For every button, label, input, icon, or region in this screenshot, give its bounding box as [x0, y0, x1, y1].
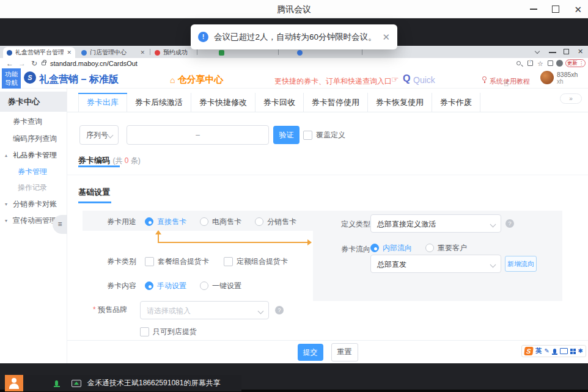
- ime-mic-icon[interactable]: [553, 349, 556, 354]
- define-type-select[interactable]: 总部直接定义激活: [370, 214, 501, 233]
- card-content-row: 券卡内容 手动设置 一键设置: [107, 280, 241, 291]
- combo-pickup-checkbox[interactable]: [145, 257, 154, 266]
- tab-close-icon[interactable]: ✕: [67, 49, 72, 56]
- brand-logo: S: [24, 71, 36, 84]
- ime-lang-toggle[interactable]: 英: [535, 347, 542, 355]
- tab-separator: [362, 49, 362, 55]
- user-avatar[interactable]: [540, 71, 554, 84]
- close-button[interactable]: ✕: [574, 5, 582, 14]
- presale-brand-select[interactable]: 请选择或输入: [140, 301, 269, 319]
- form-footer: 提交 重置: [67, 340, 588, 363]
- tab-card-resume[interactable]: 券卡恢复使用: [368, 93, 432, 112]
- usage-direct-radio[interactable]: [145, 217, 153, 226]
- url-text[interactable]: standard.maboy.cn/CardsOut: [50, 60, 138, 67]
- caret-down-icon: ▾: [5, 196, 7, 212]
- tab-separator: [197, 49, 197, 55]
- reading-list-icon[interactable]: [548, 60, 553, 66]
- sidebar-item-card-query[interactable]: 券卡查询: [0, 114, 67, 130]
- collapse-right-button[interactable]: »: [560, 93, 582, 104]
- tab-separator: [150, 49, 150, 55]
- reset-button[interactable]: 重置: [331, 343, 358, 361]
- browser-close-button[interactable]: ✕: [578, 48, 583, 56]
- info-icon: !: [198, 32, 208, 42]
- ime-pen-icon[interactable]: ✎: [544, 348, 549, 354]
- notification-text: 会议已超过2人，自动转为60分钟限时会议。: [214, 32, 377, 43]
- ime-grid-icon[interactable]: [570, 349, 573, 351]
- flow-target-select[interactable]: 总部直发: [370, 255, 501, 273]
- sidebar-item-gift-card-mgmt[interactable]: ▴ 礼品券卡管理: [0, 147, 67, 164]
- browser-menu-caret-icon[interactable]: [535, 49, 540, 54]
- back-icon[interactable]: ←: [6, 59, 13, 68]
- card-flow-label: 券卡流向: [341, 244, 370, 255]
- sidebar-item-distribution-recon[interactable]: ▾ 分销券卡对账: [0, 196, 67, 212]
- verify-button[interactable]: 验证: [273, 126, 300, 144]
- sidebar-item-operation-log[interactable]: 操作记录: [0, 180, 67, 196]
- basic-underline: [78, 201, 111, 203]
- tab-card-suspend[interactable]: 券卡暂停使用: [304, 93, 368, 112]
- quick-q-icon[interactable]: Q: [403, 73, 410, 84]
- tab-card-recycle[interactable]: 券卡回收: [255, 93, 304, 112]
- serial-range-input[interactable]: –: [127, 125, 269, 145]
- ime-keyboard-icon[interactable]: [560, 348, 568, 354]
- internal-flow-radio[interactable]: [370, 244, 379, 252]
- sidebar-item-card-mgmt[interactable]: 券卡管理: [0, 164, 67, 180]
- maximize-button[interactable]: [552, 5, 559, 13]
- browser-tab-3[interactable]: 预约成功: [151, 47, 196, 58]
- refresh-icon[interactable]: ↻: [31, 59, 37, 68]
- tab-card-followup-activate[interactable]: 券卡后续激活: [127, 93, 191, 112]
- add-flow-button[interactable]: 新增流向: [505, 256, 537, 272]
- profile-icon[interactable]: [556, 60, 563, 67]
- overwrite-checkbox[interactable]: [303, 131, 312, 140]
- browser-tab-2[interactable]: 门店管理中心 ✕: [78, 47, 149, 58]
- usage-ecommerce-radio[interactable]: [200, 217, 208, 226]
- update-pill[interactable]: 更新 ⋮: [565, 59, 586, 67]
- fixed-combo-checkbox[interactable]: [224, 257, 233, 266]
- sidebar-item-code-sequence-query[interactable]: 编码序列查询: [0, 131, 67, 147]
- tab-close-icon[interactable]: ✕: [140, 49, 145, 56]
- overwrite-checkbox-row[interactable]: 覆盖定义: [303, 126, 345, 144]
- store-only-checkbox[interactable]: [140, 327, 149, 336]
- one-click-setting-radio[interactable]: [200, 281, 208, 290]
- nav-toggle-button[interactable]: 功能导航: [2, 68, 21, 89]
- zoom-icon[interactable]: [516, 61, 521, 65]
- card-usage-row: 券卡用途 直接售卡 电商售卡 分销售卡: [107, 216, 296, 227]
- bookmark-star-icon[interactable]: ☆: [537, 60, 543, 68]
- tab-separator: [278, 49, 279, 55]
- tab-card-outbound[interactable]: 券卡出库: [78, 93, 127, 112]
- tab-favicon: [7, 50, 12, 56]
- browser-minimize-button[interactable]: [549, 52, 556, 53]
- forward-icon[interactable]: →: [18, 59, 26, 68]
- browser-maximize-button[interactable]: [564, 49, 569, 54]
- manual-setting-radio[interactable]: [145, 281, 153, 290]
- range-separator: –: [196, 131, 200, 139]
- tab-card-quick-edit[interactable]: 券卡快捷修改: [191, 93, 255, 112]
- brand-help-icon[interactable]: ?: [275, 306, 284, 314]
- notification-close-icon[interactable]: ✕: [382, 32, 390, 43]
- meeting-window: 腾讯会议 ✕ 礼盒营销平台管理中心 ✕ 门店管理中心 ✕ 预约成功: [0, 0, 588, 392]
- share-icon[interactable]: [527, 60, 533, 66]
- tab-card-void[interactable]: 券卡作废: [432, 93, 480, 112]
- submit-button[interactable]: 提交: [298, 344, 323, 361]
- serial-type-select[interactable]: 序列号: [79, 125, 119, 145]
- card-category-label: 券卡类别: [107, 256, 136, 267]
- sogou-logo[interactable]: S: [524, 347, 533, 355]
- minimize-button[interactable]: [530, 9, 537, 10]
- define-type-help-icon[interactable]: ?: [505, 219, 514, 228]
- sidebar-collapse-handle[interactable]: ≡: [53, 215, 67, 234]
- quick-label[interactable]: Quick: [413, 75, 435, 85]
- store-pickup-row[interactable]: 只可到店提货: [140, 327, 197, 337]
- meeting-title: 腾讯会议: [0, 0, 588, 18]
- meeting-notification: ! 会议已超过2人，自动转为60分钟限时会议。 ✕: [191, 24, 397, 49]
- update-label: 更新: [567, 60, 578, 66]
- more-dots-icon: ⋮: [579, 60, 584, 66]
- browser-tab-1[interactable]: 礼盒营销平台管理中心 ✕: [3, 47, 75, 58]
- sidebar-header: 券卡中心: [0, 92, 67, 112]
- tutorial-link[interactable]: 系统使用教程: [490, 77, 530, 86]
- ime-settings-icon[interactable]: ✱: [578, 348, 583, 354]
- vip-customer-radio[interactable]: [425, 244, 434, 252]
- share-center-link[interactable]: ⌂ 仓分享中心: [170, 74, 223, 85]
- usage-distribution-radio[interactable]: [255, 217, 263, 226]
- browser-toolbar: ← → ↻ standard.maboy.cn/CardsOut ☆ 更新 ⋮: [0, 58, 588, 69]
- codes-underline: [78, 165, 120, 167]
- quick-entry-link[interactable]: 更快捷的券卡、订单和快递查询入口: [274, 76, 392, 87]
